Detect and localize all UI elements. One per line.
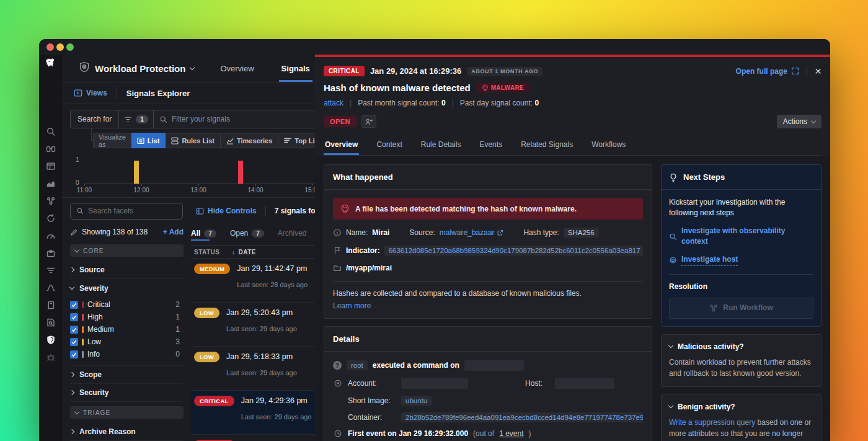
detail-tab[interactable]: Context bbox=[375, 136, 403, 155]
views-button[interactable]: Views bbox=[74, 89, 107, 97]
facet-search-input[interactable] bbox=[88, 207, 177, 215]
actions-button[interactable]: Actions bbox=[777, 115, 822, 128]
severity-facet-row[interactable]: Low 3 bbox=[70, 336, 184, 348]
notebooks-icon[interactable] bbox=[46, 300, 56, 310]
detail-tab[interactable]: Rule Details bbox=[420, 136, 463, 155]
detail-tab[interactable]: Events bbox=[478, 136, 503, 155]
detail-tab[interactable]: Related Signals bbox=[520, 136, 574, 155]
viz-timeseries-button[interactable]: Timeseries bbox=[221, 133, 278, 148]
assign-user-button[interactable] bbox=[361, 115, 376, 128]
card-title: Details bbox=[324, 327, 652, 352]
malicious-activity-toggle[interactable]: Malicious activity? bbox=[669, 342, 813, 351]
redacted-account-chip[interactable] bbox=[401, 378, 468, 389]
expand-icon bbox=[791, 67, 799, 75]
infrastructure-icon[interactable] bbox=[46, 196, 56, 206]
short-image-chip[interactable]: ubuntu bbox=[401, 396, 432, 406]
facet-archive-reason[interactable]: Archive Reason bbox=[70, 423, 184, 441]
redacted-target-chip[interactable] bbox=[464, 360, 524, 371]
workload-protection-icon bbox=[79, 61, 90, 75]
past-month-label: Past month signal count: bbox=[358, 99, 439, 107]
severity-facet-row[interactable]: Medium 1 bbox=[70, 323, 184, 336]
redacted-host-chip[interactable] bbox=[555, 378, 614, 389]
apm-icon[interactable] bbox=[46, 213, 56, 223]
signals-tab-open[interactable]: Open7 bbox=[230, 229, 264, 238]
search-for-button[interactable]: Search for bbox=[70, 110, 119, 128]
integrations-icon[interactable] bbox=[46, 248, 56, 258]
severity-facet-row[interactable]: Info 0 bbox=[70, 348, 184, 360]
alert-text: A file has been detected matching the ha… bbox=[355, 205, 577, 213]
signal-row[interactable]: MEDIUM Jan 29, 11:42:47 pm Last seen: 28… bbox=[191, 259, 315, 303]
indicator-hash-chip[interactable]: 663612d085e1720a68b9859324d90c179087b282… bbox=[384, 246, 643, 256]
debug-icon[interactable] bbox=[46, 352, 56, 362]
explorer-title: Signals Explorer bbox=[126, 89, 190, 98]
hide-controls-button[interactable]: Hide Controls bbox=[196, 207, 257, 215]
checkbox-checked[interactable] bbox=[70, 313, 78, 321]
chart-bar-low[interactable] bbox=[134, 161, 139, 184]
investigate-host-link[interactable]: Investigate host bbox=[669, 254, 813, 266]
minimize-window-button[interactable] bbox=[56, 43, 64, 51]
severity-facet-row[interactable]: High 1 bbox=[70, 311, 184, 323]
chart-bar-high[interactable] bbox=[238, 161, 243, 184]
checkbox-checked[interactable] bbox=[70, 326, 78, 334]
benign-activity-toggle[interactable]: Benign activity? bbox=[669, 403, 813, 411]
signal-row[interactable]: CRITICAL Jan 29, 4:00:24 pm bbox=[191, 435, 315, 441]
audit-trail-icon[interactable] bbox=[46, 318, 56, 327]
detail-tab[interactable]: Workflows bbox=[590, 136, 627, 155]
checkbox-checked[interactable] bbox=[70, 350, 78, 359]
viz-list-button[interactable]: List bbox=[131, 133, 166, 148]
detail-tab[interactable]: Overview bbox=[324, 136, 359, 155]
viz-rules-list-button[interactable]: Rules List bbox=[166, 133, 221, 148]
malware-alert-banner: A file has been detected matching the ha… bbox=[333, 198, 643, 220]
signals-tab-archived[interactable]: Archived bbox=[278, 229, 307, 238]
product-switcher[interactable]: Workload Protection bbox=[79, 55, 194, 82]
filter-toggle[interactable]: 1 bbox=[119, 110, 154, 128]
indicator-label: Indicator: bbox=[346, 246, 380, 255]
tab-overview[interactable]: Overview bbox=[220, 55, 254, 82]
signals-timeline-chart[interactable]: 1 0 11:00 12:00 13:00 14:00 15:00 bbox=[70, 153, 318, 194]
facet-scope[interactable]: Scope bbox=[70, 366, 184, 384]
attack-tag-link[interactable]: attack bbox=[324, 99, 343, 107]
close-window-button[interactable] bbox=[46, 43, 54, 51]
tab-signals[interactable]: Signals bbox=[281, 55, 310, 82]
malware-source-link[interactable]: malware_bazaar bbox=[440, 228, 504, 237]
signal-row[interactable]: CRITICAL Jan 29, 4:29:36 pm Last seen: 2… bbox=[191, 391, 315, 435]
hash-type-chip[interactable]: SHA256 bbox=[564, 228, 599, 238]
open-full-page-link[interactable]: Open full page bbox=[736, 67, 799, 76]
signal-row[interactable]: LOW Jan 29, 5:20:43 pm Last seen: 29 day… bbox=[191, 303, 315, 347]
facet-security[interactable]: Security bbox=[70, 384, 184, 402]
actor-chip[interactable]: root bbox=[347, 360, 368, 370]
dashboards-icon[interactable] bbox=[46, 161, 56, 171]
logs-icon[interactable] bbox=[46, 265, 56, 275]
list-icon bbox=[137, 137, 144, 145]
visualize-toolbar: Visualize as List Rules List Timeseri bbox=[93, 133, 315, 148]
event-count-link[interactable]: 1 event bbox=[499, 429, 523, 438]
close-panel-button[interactable]: × bbox=[815, 65, 822, 77]
severity-color-bar bbox=[82, 301, 84, 308]
add-facet-button[interactable]: +Add bbox=[163, 228, 184, 236]
container-id-chip[interactable]: 2b28b52de789fe96eed4aa091ea9cecbd8cced14… bbox=[401, 412, 643, 422]
search-icon[interactable] bbox=[46, 127, 56, 136]
column-header-date[interactable]: ↓DATE bbox=[232, 249, 256, 256]
watchdog-icon[interactable] bbox=[46, 144, 56, 154]
facet-group-core[interactable]: CORE bbox=[70, 244, 184, 257]
metrics-icon[interactable] bbox=[46, 179, 56, 189]
facet-group-triage[interactable]: TRIAGE bbox=[70, 406, 184, 419]
checkbox-checked[interactable] bbox=[70, 338, 78, 346]
monitors-icon[interactable] bbox=[46, 231, 56, 241]
signals-tab-all[interactable]: All7 bbox=[191, 229, 216, 238]
investigate-observability-link[interactable]: Investigate with observability context bbox=[669, 226, 813, 247]
facet-source[interactable]: Source bbox=[70, 261, 184, 279]
severity-facet-row[interactable]: Critical 2 bbox=[70, 298, 184, 311]
suppression-query-link[interactable]: Write a suppression query bbox=[669, 418, 755, 427]
facet-count: 3 bbox=[175, 337, 184, 346]
zoom-window-button[interactable] bbox=[66, 43, 74, 51]
security-icon[interactable] bbox=[46, 335, 56, 345]
count-badge: 7 bbox=[252, 229, 264, 238]
signal-row[interactable]: LOW Jan 29, 5:18:33 pm Last seen: 29 day… bbox=[191, 347, 315, 391]
run-workflow-button[interactable]: Run Workflow bbox=[669, 298, 813, 318]
column-header-status[interactable]: STATUS bbox=[191, 249, 232, 256]
checkbox-checked[interactable] bbox=[70, 301, 78, 309]
learn-more-link[interactable]: Learn more bbox=[333, 301, 371, 310]
facet-severity[interactable]: Severity bbox=[70, 279, 184, 297]
service-map-icon[interactable] bbox=[46, 283, 56, 293]
